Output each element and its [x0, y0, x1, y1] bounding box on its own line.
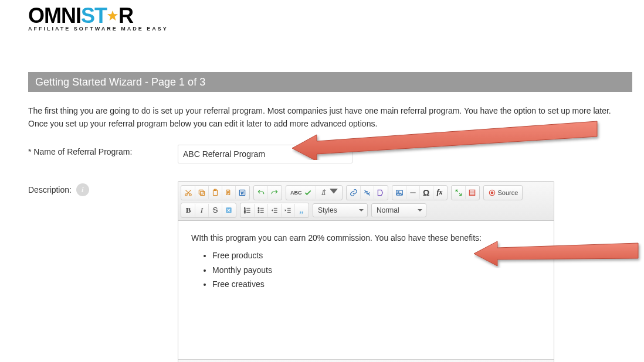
- hr-icon[interactable]: [406, 186, 420, 199]
- svg-point-28: [258, 210, 259, 211]
- logo-wordmark: OMNISTR: [28, 4, 168, 28]
- editor-bullet-list: Free products Monthly payouts Free creat…: [202, 249, 541, 291]
- rich-text-editor: ABC Ω: [178, 181, 554, 362]
- source-button[interactable]: Source: [484, 186, 522, 199]
- toolbar-row-1: ABC Ω: [181, 184, 551, 202]
- description-label: Description: i: [28, 181, 178, 196]
- svg-marker-35: [272, 209, 273, 211]
- content-area: The first thing you are going to do is s…: [28, 98, 632, 362]
- maximize-icon[interactable]: [452, 186, 466, 199]
- clipboard-group: [181, 185, 250, 200]
- list-item: Monthly payouts: [212, 264, 541, 276]
- expand-group: [451, 185, 480, 200]
- row-name: * Name of Referral Program:: [28, 145, 632, 163]
- anchor-icon[interactable]: [374, 186, 387, 199]
- toolbar-row-2: B I S 123 ,,: [181, 202, 551, 219]
- undo-group: [253, 185, 282, 200]
- italic-button[interactable]: I: [195, 204, 209, 217]
- indent-icon[interactable]: [282, 204, 295, 217]
- paste-text-icon[interactable]: [222, 186, 236, 199]
- copy-icon[interactable]: [195, 186, 209, 199]
- paste-icon[interactable]: [209, 186, 222, 199]
- math-icon[interactable]: fx: [433, 186, 446, 199]
- name-input[interactable]: [178, 145, 352, 163]
- row-description: Description: i: [28, 181, 632, 362]
- star-icon: [107, 4, 118, 28]
- logo-tagline: AFFILIATE SOFTWARE MADE EASY: [28, 26, 168, 32]
- logo-text-r: R: [118, 4, 133, 28]
- unlink-icon[interactable]: [361, 186, 374, 199]
- format-painter-icon[interactable]: [316, 186, 341, 199]
- editor-body[interactable]: WIth this program you can earn 20% commi…: [178, 221, 554, 359]
- spellcheck-icon[interactable]: ABC: [287, 186, 316, 199]
- editor-intro-text: WIth this program you can earn 20% commi…: [191, 231, 541, 244]
- bullet-list-icon[interactable]: [255, 204, 268, 217]
- list-item: Free creatives: [212, 278, 541, 291]
- list-group: 123 ,,: [240, 203, 309, 218]
- wizard-header: Getting Started Wizard - Page 1 of 3: [28, 72, 632, 92]
- svg-rect-4: [199, 190, 203, 194]
- link-group: [346, 185, 388, 200]
- intro-text: The first thing you are going to do is s…: [28, 104, 632, 131]
- undo-icon[interactable]: [255, 186, 268, 199]
- source-label: Source: [498, 189, 518, 196]
- insert-group: Ω fx: [392, 185, 448, 200]
- logo-text-omni: OMNI: [28, 4, 81, 28]
- svg-point-18: [491, 192, 493, 194]
- format-combo-label: Normal: [377, 206, 399, 214]
- link-icon[interactable]: [347, 186, 361, 199]
- bold-button[interactable]: B: [182, 204, 195, 217]
- svg-rect-14: [469, 190, 474, 195]
- page-title: Getting Started Wizard - Page 1 of 3: [35, 76, 205, 88]
- svg-text:3: 3: [244, 211, 246, 214]
- svg-point-30: [258, 211, 259, 213]
- outdent-icon[interactable]: [268, 204, 282, 217]
- info-icon[interactable]: i: [76, 183, 89, 196]
- editor-footer: body p: [178, 359, 554, 362]
- show-blocks-icon[interactable]: [466, 186, 479, 199]
- cut-icon[interactable]: [182, 186, 195, 199]
- styles-combo[interactable]: Styles: [313, 203, 368, 217]
- blockquote-icon[interactable]: ,,: [295, 204, 308, 217]
- remove-format-icon[interactable]: [222, 204, 235, 217]
- image-icon[interactable]: [393, 186, 406, 199]
- special-char-icon[interactable]: Ω: [420, 186, 433, 199]
- spell-group: ABC: [286, 185, 343, 200]
- strike-button[interactable]: S: [209, 204, 222, 217]
- app-logo: OMNISTR AFFILIATE SOFTWARE MADE EASY: [28, 4, 168, 32]
- paste-word-icon[interactable]: [236, 186, 249, 199]
- styles-combo-label: Styles: [318, 206, 337, 214]
- list-item: Free products: [212, 249, 541, 262]
- svg-rect-3: [201, 191, 205, 195]
- source-group: Source: [483, 185, 523, 200]
- font-style-group: B I S: [181, 203, 236, 218]
- svg-marker-39: [285, 209, 286, 211]
- name-label: * Name of Referral Program:: [28, 145, 178, 156]
- logo-text-st: ST: [81, 4, 107, 28]
- format-combo[interactable]: Normal: [371, 203, 426, 217]
- svg-point-26: [258, 207, 259, 209]
- description-field: ABC Ω: [178, 181, 632, 362]
- svg-marker-9: [330, 189, 338, 193]
- numbered-list-icon[interactable]: 123: [241, 204, 255, 217]
- svg-marker-0: [108, 11, 118, 21]
- description-label-text: Description:: [28, 185, 72, 194]
- page: OMNISTR AFFILIATE SOFTWARE MADE EASY Get…: [0, 0, 644, 362]
- redo-icon[interactable]: [268, 186, 281, 199]
- name-field: [178, 145, 632, 163]
- editor-toolbar: ABC Ω: [178, 182, 554, 221]
